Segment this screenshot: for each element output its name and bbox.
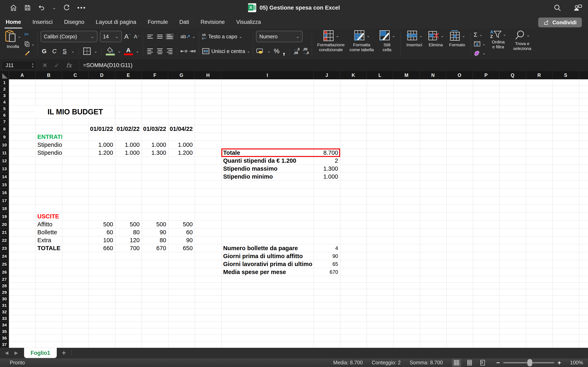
paste-chevron-icon[interactable]: ⌄ [17,34,21,39]
format-as-table-button[interactable]: ⌄ Formatta come tabella [347,30,376,58]
cell-J23[interactable]: 4 [314,244,340,252]
align-bottom-icon[interactable] [165,33,174,40]
column-header-E[interactable]: E [115,71,142,79]
row-header-21[interactable]: 21 [0,228,9,236]
row-header-3[interactable]: 3 [0,92,9,99]
row-header-28[interactable]: 28 [0,283,9,289]
prev-sheet-icon[interactable]: ◀ [5,350,8,356]
row-header-37[interactable]: 37 [0,341,9,348]
search-icon[interactable] [553,4,562,12]
font-color-chevron-icon[interactable]: ⌄ [136,49,139,54]
insert-cells-button[interactable]: ⌄ Inserisci [404,30,425,58]
cell-D11[interactable]: 1.200 [89,149,115,157]
row-header-16[interactable]: 16 [0,189,9,197]
cell-D22[interactable]: 100 [89,236,115,244]
add-sheet-button[interactable]: + [57,348,71,358]
normal-view-icon[interactable] [452,359,461,367]
cell-D20[interactable]: 500 [89,220,115,228]
row-header-35[interactable]: 35 [0,328,9,335]
increase-indent-icon[interactable]: ⇥≡ [189,48,196,54]
cell-J24[interactable]: 90 [314,252,340,260]
cell-B21[interactable]: Bollette [36,228,62,236]
conditional-formatting-chevron-icon[interactable]: ⌄ [336,33,339,38]
row-header-31[interactable]: 31 [0,302,9,309]
sheet-tab-foglio1[interactable]: Foglio1 [24,348,57,358]
find-select-chevron-icon[interactable]: ⌄ [526,33,530,38]
column-header-O[interactable]: O [446,71,473,79]
font-size-select[interactable]: 14⌄ [100,31,122,42]
decrease-indent-icon[interactable]: ⇤≡ [181,48,187,54]
autosum-chevron-icon[interactable]: ⌄ [479,32,483,37]
cell-F20[interactable]: 500 [142,220,168,228]
underline-button[interactable]: S [61,48,68,55]
bold-button[interactable]: G [41,48,48,55]
cell-I14[interactable]: Stipendio minimo [222,173,314,181]
name-box-spinner-icon[interactable]: ▲▼ [31,62,34,68]
sort-filter-chevron-icon[interactable]: ⌄ [503,32,506,37]
format-cells-chevron-icon[interactable]: ⌄ [462,33,465,38]
cell-G20[interactable]: 500 [168,220,195,228]
cell-F10[interactable]: 1.000 [142,141,168,149]
currency-chevron-icon[interactable]: ⌄ [267,49,270,54]
column-header-L[interactable]: L [367,71,393,79]
copy-button[interactable]: ⌄ [24,41,35,47]
row-header-10[interactable]: 10 [0,141,9,149]
font-color-button[interactable]: A [124,47,133,55]
clear-chevron-icon[interactable]: ⌄ [482,50,486,55]
conditional-formatting-button[interactable]: ⌄ Formattazione condizionale [315,30,347,58]
row-header-18[interactable]: 18 [0,205,9,212]
cell-G10[interactable]: 1.000 [168,141,195,149]
confirm-entry-icon[interactable]: ✓ [54,62,59,69]
cell-I11[interactable]: Totale [222,149,314,157]
orientation-button[interactable]: ab↗ [181,33,190,40]
row-header-13[interactable]: 13 [0,165,9,173]
row-header-19[interactable]: 19 [0,212,9,220]
align-middle-icon[interactable] [156,33,164,40]
zoom-out-icon[interactable]: − [496,360,500,366]
merge-center-chevron-icon[interactable]: ⌄ [247,49,250,54]
wrap-text-button[interactable]: abc↩ Testo a capo ⌄ [202,30,250,43]
orientation-chevron-icon[interactable]: ⌄ [192,34,196,39]
cell-B19[interactable]: USCITE [36,212,62,220]
column-header-B[interactable]: B [35,71,62,79]
align-right-icon[interactable] [165,47,174,55]
borders-button[interactable] [83,47,91,55]
row-header-5[interactable]: 5 [0,105,9,112]
sort-filter-button[interactable]: AZ ⌄ Ordina e filtra [488,30,509,58]
cell-F11[interactable]: 1.300 [142,149,168,157]
row-header-26[interactable]: 26 [0,268,9,276]
row-header-11[interactable]: 11 [0,149,9,157]
fill-color-button[interactable] [106,47,115,55]
column-header-R[interactable]: R [526,71,553,79]
merged-title-cell[interactable]: IL MIO BUDGET [35,105,115,118]
row-header-36[interactable]: 36 [0,335,9,341]
row-header-14[interactable]: 14 [0,173,9,181]
column-header-F[interactable]: F [142,71,168,79]
cell-F21[interactable]: 90 [142,228,168,236]
column-header-S[interactable]: S [553,71,579,79]
page-layout-view-icon[interactable] [465,359,474,367]
row-header-34[interactable]: 34 [0,322,9,328]
delete-cells-chevron-icon[interactable]: ⌄ [441,33,444,38]
row-header-22[interactable]: 22 [0,236,9,244]
row-header-30[interactable]: 30 [0,296,9,302]
cell-E23[interactable]: 700 [115,244,142,252]
cell-B23[interactable]: TOTALE [36,244,62,252]
tab-revisione[interactable]: Revisione [200,18,225,26]
column-header-Q[interactable]: Q [499,71,526,79]
tab-dati[interactable]: Dati [179,18,190,26]
merge-center-button[interactable]: Unisci e centra ⌄ [202,45,250,58]
cell-styles-chevron-icon[interactable]: ⌄ [392,33,395,38]
cell-D21[interactable]: 60 [89,228,115,236]
insert-cells-chevron-icon[interactable]: ⌄ [419,33,423,38]
decrease-decimal-button[interactable]: ,00→,0 [303,48,309,55]
row-header-25[interactable]: 25 [0,260,9,268]
format-cells-button[interactable]: ⌄ Formato [446,30,468,58]
page-break-view-icon[interactable] [478,359,487,367]
cell-G22[interactable]: 90 [168,236,195,244]
column-header-K[interactable]: K [340,71,367,79]
increase-decimal-button[interactable]: ←,0,00 [294,48,300,55]
cell-I24[interactable]: Giorni prima di ultimo affitto [222,252,314,260]
shrink-font-button[interactable]: A⌄ [134,33,140,40]
share-button[interactable]: Condividi [538,17,582,27]
